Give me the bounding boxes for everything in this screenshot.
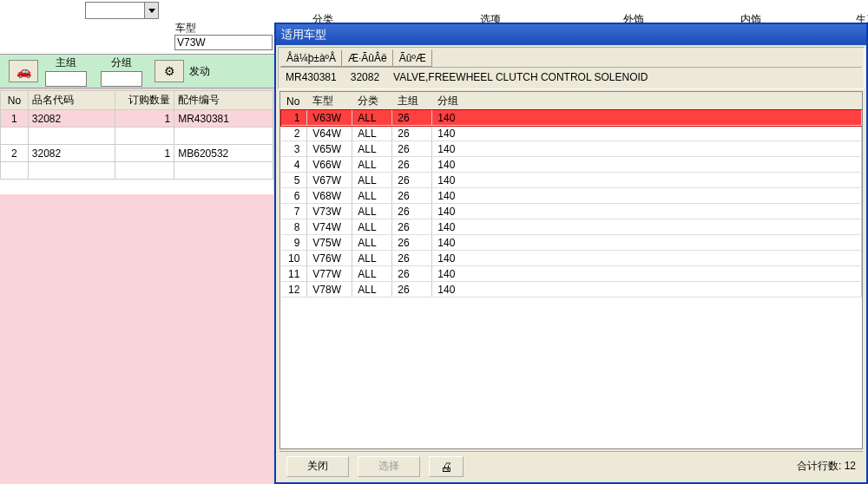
models-header-row: No 车型 分类 主组 分组 — [281, 93, 862, 110]
hc-code[interactable]: Æ·ÃûÂë — [342, 49, 393, 67]
dialog-header-panel: Åä¼þ±àºÅ Æ·ÃûÂë ÃûºÆ MR430381 32082 VALV… — [278, 47, 865, 89]
models-row[interactable]: 11V77WALL26140 — [281, 266, 862, 282]
models-row[interactable]: 2V64WALL26140 — [281, 126, 862, 141]
dialog-body: No 车型 分类 主组 分组 1V63WALL261402V64WALL2614… — [279, 91, 863, 449]
hc-partno[interactable]: Åä¼þ±àºÅ — [280, 49, 342, 67]
total-label: 合计行数: — [797, 460, 845, 472]
col-qty[interactable]: 订购数量 — [115, 91, 174, 110]
models-row[interactable]: 7V73WALL26140 — [281, 204, 862, 219]
main-group-label: 主组 — [56, 56, 76, 70]
models-row[interactable]: 9V75WALL26140 — [281, 235, 862, 251]
close-button[interactable]: 关闭 — [286, 456, 349, 477]
total-value: 12 — [845, 460, 856, 472]
models-row[interactable]: 4V66WALL26140 — [281, 157, 862, 173]
info-name: VALVE,FREEWHEEL CLUTCH CONTROL SOLENOID — [393, 71, 648, 83]
models-table: No 车型 分类 主组 分组 1V63WALL261402V64WALL2614… — [280, 92, 862, 298]
vehicle-input[interactable] — [174, 35, 273, 50]
models-row[interactable]: 3V65WALL26140 — [281, 141, 862, 157]
select-button: 选择 — [358, 456, 420, 477]
toolbar-right-label: 发动 — [189, 64, 210, 79]
car-icon-button[interactable]: 🚗 — [9, 60, 38, 82]
sub-group-label: 分组 — [111, 56, 132, 70]
models-row[interactable]: 5V67WALL26140 — [281, 173, 862, 188]
info-partno: MR430381 — [286, 71, 337, 83]
models-row[interactable]: 6V68WALL26140 — [281, 188, 862, 204]
mcol-cat[interactable]: 分类 — [352, 93, 392, 110]
total-count: 合计行数: 12 — [797, 459, 856, 474]
dialog-footer: 关闭 选择 🖨 合计行数: 12 — [279, 451, 863, 481]
bg-table-wrap: No 品名代码 订购数量 配件编号 1320821MR4303812320821… — [0, 90, 273, 194]
gear-icon-button[interactable]: ⚙ — [155, 60, 184, 82]
hc-name[interactable]: ÃûºÆ — [393, 49, 432, 67]
print-icon-button[interactable]: 🖨 — [429, 456, 464, 477]
mcol-model[interactable]: 车型 — [307, 93, 352, 110]
col-no[interactable]: No — [1, 91, 29, 110]
table-row-blank — [1, 162, 273, 180]
table-row[interactable]: 2320821MB620532 — [1, 145, 273, 162]
dialog-title: 适用车型 — [276, 24, 866, 45]
sub-group-input[interactable] — [101, 71, 142, 87]
dialog-header-cols: Åä¼þ±àºÅ Æ·ÃûÂë ÃûºÆ — [280, 49, 862, 68]
models-row[interactable]: 8V74WALL26140 — [281, 219, 862, 235]
applicable-models-dialog: 适用车型 Åä¼þ±àºÅ Æ·ÃûÂë ÃûºÆ MR430381 32082… — [274, 23, 868, 484]
table-row[interactable]: 1320821MR430381 — [1, 110, 273, 128]
models-row[interactable]: 10V76WALL26140 — [281, 251, 862, 266]
mcol-sub[interactable]: 分组 — [432, 93, 862, 110]
table-header-row: No 品名代码 订购数量 配件编号 — [1, 91, 273, 110]
chevron-down-icon — [144, 3, 158, 18]
bg-combo[interactable] — [85, 2, 159, 19]
models-row[interactable]: 12V78WALL26140 — [281, 282, 862, 298]
info-code: 32082 — [351, 71, 379, 83]
table-row-blank — [1, 128, 273, 145]
mcol-main[interactable]: 主组 — [392, 93, 432, 110]
models-row[interactable]: 1V63WALL26140 — [281, 110, 862, 126]
dialog-header-info: MR430381 32082 VALVE,FREEWHEEL CLUTCH CO… — [280, 68, 862, 87]
main-group-input[interactable] — [45, 71, 87, 87]
mcol-no[interactable]: No — [281, 93, 307, 110]
col-part[interactable]: 配件编号 — [174, 91, 273, 110]
col-code[interactable]: 品名代码 — [28, 91, 115, 110]
vehicle-label: 车型 — [175, 21, 196, 36]
bg-parts-table: No 品名代码 订购数量 配件编号 1320821MR4303812320821… — [0, 90, 273, 180]
